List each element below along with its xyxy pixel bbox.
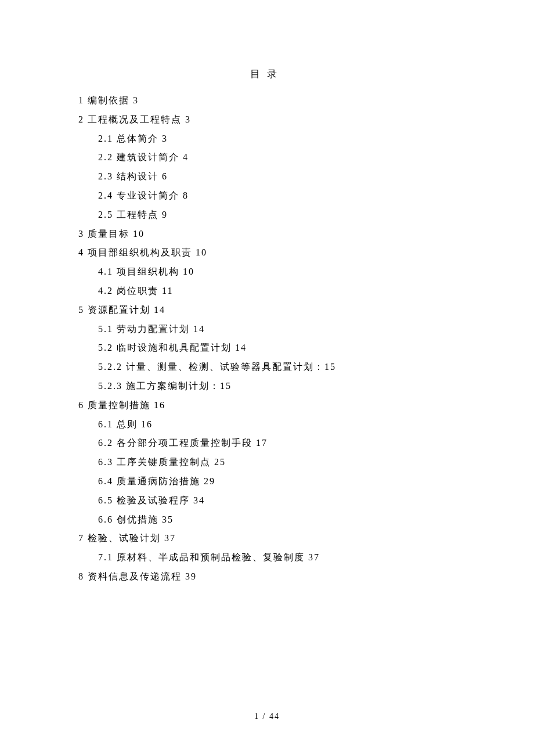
toc-entry: 5.2.2 计量、测量、检测、试验等器具配置计划：15 — [78, 358, 456, 377]
document-page: 目录 1 编制依据 32 工程概况及工程特点 32.1 总体简介 32.2 建筑… — [0, 0, 534, 586]
toc-entry: 7 检验、试验计划 37 — [78, 529, 456, 548]
toc-entry: 1 编制依据 3 — [78, 91, 456, 110]
toc-entry: 5 资源配置计划 14 — [78, 301, 456, 320]
toc-entry: 6.5 检验及试验程序 34 — [78, 491, 456, 510]
toc-entry: 7.1 原材料、半成品和预制品检验、复验制度 37 — [78, 548, 456, 567]
toc-entry: 2.1 总体简介 3 — [78, 129, 456, 149]
toc-entry: 2 工程概况及工程特点 3 — [78, 110, 456, 129]
toc-entry: 5.1 劳动力配置计划 14 — [78, 320, 456, 339]
page-title: 目录 — [78, 67, 456, 81]
table-of-contents: 1 编制依据 32 工程概况及工程特点 32.1 总体简介 32.2 建筑设计简… — [78, 91, 456, 586]
toc-entry: 5.2.3 施工方案编制计划：15 — [78, 377, 456, 396]
toc-entry: 2.3 结构设计 6 — [78, 167, 456, 186]
toc-entry: 2.4 专业设计简介 8 — [78, 186, 456, 206]
toc-entry: 6.3 工序关键质量控制点 25 — [78, 453, 456, 472]
page-footer: 1 / 44 — [0, 712, 534, 721]
toc-entry: 6 质量控制措施 16 — [78, 396, 456, 415]
toc-entry: 6.1 总则 16 — [78, 415, 456, 434]
toc-entry: 3 质量目标 10 — [78, 225, 456, 244]
toc-entry: 6.2 各分部分项工程质量控制手段 17 — [78, 434, 456, 453]
toc-entry: 8 资料信息及传递流程 39 — [78, 567, 456, 586]
toc-entry: 4 项目部组织机构及职责 10 — [78, 243, 456, 262]
toc-entry: 6.6 创优措施 35 — [78, 510, 456, 530]
toc-entry: 4.1 项目组织机构 10 — [78, 262, 456, 282]
toc-entry: 6.4 质量通病防治措施 29 — [78, 472, 456, 491]
toc-entry: 5.2 临时设施和机具配置计划 14 — [78, 339, 456, 358]
toc-entry: 4.2 岗位职责 11 — [78, 282, 456, 301]
toc-entry: 2.5 工程特点 9 — [78, 206, 456, 225]
toc-entry: 2.2 建筑设计简介 4 — [78, 148, 456, 167]
